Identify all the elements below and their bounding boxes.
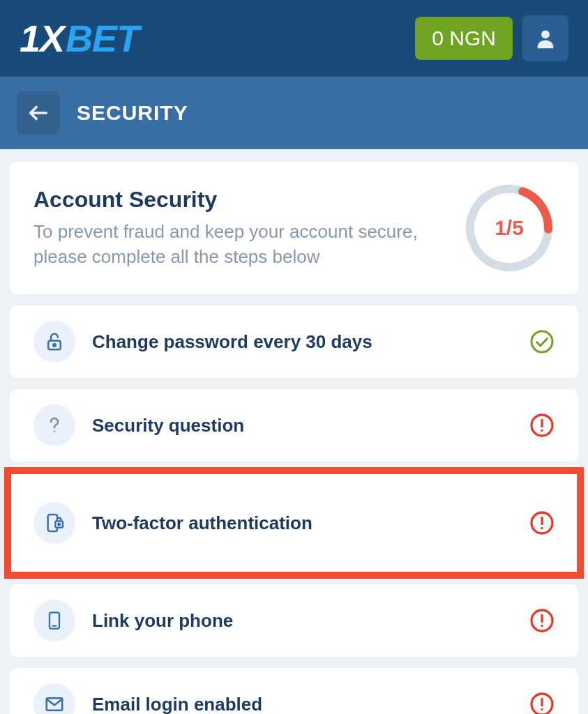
item-label: Two-factor authentication: [92, 512, 513, 534]
item-label: Change password every 30 days: [92, 331, 513, 353]
security-item-security-question[interactable]: Security question: [10, 389, 578, 462]
mail-icon: [33, 683, 75, 714]
back-button[interactable]: [17, 91, 60, 135]
phone-icon: [33, 600, 75, 641]
header-actions: 0 NGN: [415, 15, 568, 61]
balance-button[interactable]: 0 NGN: [415, 17, 513, 60]
alert-circle-icon: [529, 608, 555, 633]
page-subheader: SECURITY: [0, 77, 588, 149]
progress-label: 1/5: [495, 216, 524, 240]
security-item-email-login[interactable]: Email login enabled: [10, 668, 578, 714]
account-security-card: Account Security To prevent fraud and ke…: [10, 162, 578, 294]
brand-logo: 1X BET: [20, 17, 139, 60]
question-icon: [33, 404, 75, 446]
svg-point-0: [541, 30, 550, 38]
svg-point-16: [541, 527, 543, 529]
content-area: Account Security To prevent fraud and ke…: [0, 149, 588, 714]
security-item-link-phone[interactable]: Link your phone: [10, 584, 578, 657]
svg-point-21: [541, 625, 543, 627]
phone-lock-icon: [33, 502, 75, 544]
svg-point-10: [541, 430, 543, 432]
security-item-two-factor[interactable]: Two-factor authentication: [10, 473, 578, 573]
alert-circle-icon: [529, 510, 555, 536]
item-label: Email login enabled: [92, 694, 513, 715]
logo-text-right: BET: [66, 17, 139, 60]
lock-icon: [33, 321, 75, 363]
intro-text: Account Security To prevent fraud and ke…: [33, 187, 450, 268]
alert-circle-icon: [529, 692, 555, 714]
top-bar: 1X BET 0 NGN: [0, 0, 588, 77]
intro-title: Account Security: [33, 187, 450, 213]
page-title: SECURITY: [77, 101, 188, 125]
progress-ring: 1/5: [464, 183, 555, 273]
user-icon: [534, 26, 557, 50]
logo-text-left: 1X: [20, 17, 64, 60]
arrow-left-icon: [27, 101, 50, 125]
svg-point-5: [53, 344, 56, 347]
svg-point-25: [541, 708, 543, 711]
alert-circle-icon: [529, 413, 555, 438]
svg-point-13: [58, 524, 60, 526]
svg-point-7: [54, 431, 56, 433]
intro-description: To prevent fraud and keep your account s…: [33, 220, 450, 268]
item-label: Link your phone: [92, 610, 513, 632]
profile-button[interactable]: [522, 15, 568, 61]
item-label: Security question: [92, 415, 513, 436]
svg-point-6: [532, 331, 552, 352]
security-item-change-password[interactable]: Change password every 30 days: [10, 305, 578, 378]
check-circle-icon: [529, 329, 555, 354]
